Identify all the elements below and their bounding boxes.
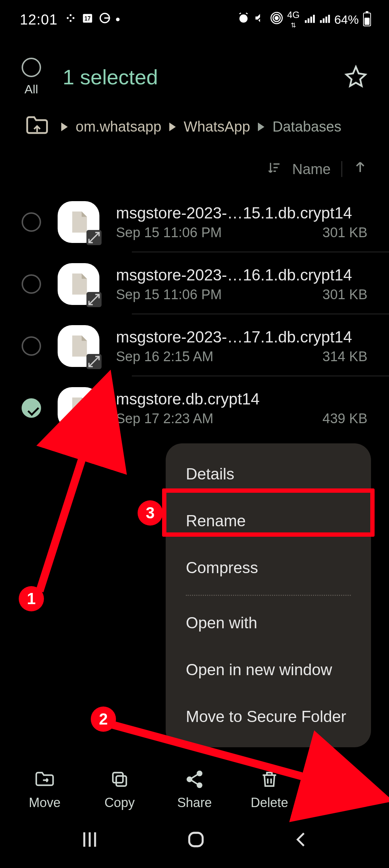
- file-date: Sep 16 2:15 AM: [116, 349, 213, 364]
- calendar-icon: 17: [81, 12, 94, 27]
- nav-recents-button[interactable]: [79, 829, 100, 852]
- selection-header: All 1 selected: [0, 32, 389, 107]
- sort-controls: Name: [0, 153, 389, 190]
- chevron-right-icon: [169, 123, 176, 131]
- action-share[interactable]: Share: [162, 769, 227, 810]
- system-nav-bar: [0, 820, 389, 860]
- breadcrumb-label: Databases: [272, 119, 341, 135]
- menu-item-rename[interactable]: Rename: [166, 497, 371, 544]
- menu-item-details[interactable]: Details: [166, 451, 371, 497]
- svg-rect-15: [113, 772, 123, 783]
- svg-rect-1: [70, 14, 71, 16]
- file-row[interactable]: msgstore-2023-…16.1.db.crypt14 Sep 15 11…: [22, 252, 367, 314]
- google-icon: [99, 12, 111, 27]
- file-name: msgstore-2023-…17.1.db.crypt14: [116, 328, 367, 346]
- favorite-star-button[interactable]: [344, 65, 367, 89]
- sort-field-button[interactable]: Name: [292, 161, 331, 177]
- breadcrumb-label: om.whatsapp: [76, 119, 161, 135]
- svg-point-19: [343, 772, 346, 775]
- clock: 12:01: [20, 12, 58, 28]
- svg-rect-0: [67, 17, 68, 19]
- svg-rect-14: [116, 776, 126, 786]
- annotation-badge: 2: [91, 707, 116, 732]
- row-checkbox[interactable]: [22, 336, 41, 356]
- select-all-checkbox-icon: [22, 58, 41, 77]
- file-row[interactable]: msgstore-2023-…17.1.db.crypt14 Sep 16 2:…: [22, 314, 367, 376]
- file-info: msgstore-2023-…16.1.db.crypt14 Sep 15 11…: [116, 266, 367, 302]
- chevron-right-icon: [258, 123, 264, 131]
- status-bar: 12:01 17 4G⇅ 64%: [0, 0, 389, 32]
- divider: [341, 161, 342, 177]
- file-info: msgstore-2023-…17.1.db.crypt14 Sep 16 2:…: [116, 328, 367, 364]
- file-size: 314 KB: [322, 349, 367, 364]
- annotation-badge: 3: [138, 500, 163, 526]
- svg-point-21: [343, 783, 346, 787]
- expand-icon: [86, 230, 102, 245]
- copy-icon: [109, 769, 130, 789]
- action-copy[interactable]: Copy: [87, 769, 152, 810]
- svg-rect-2: [72, 17, 74, 19]
- signal-icon: [304, 13, 315, 27]
- action-label: Copy: [104, 795, 135, 810]
- hotspot-icon: [270, 12, 283, 27]
- row-checkbox[interactable]: [22, 212, 41, 232]
- file-size: 301 KB: [322, 287, 367, 302]
- breadcrumb-item-current: Databases: [258, 119, 341, 135]
- menu-item-move-secure-folder[interactable]: Move to Secure Folder: [166, 693, 371, 740]
- chevron-right-icon: [61, 123, 68, 131]
- network-4g-icon: 4G⇅: [287, 10, 300, 29]
- action-delete[interactable]: Delete: [237, 769, 302, 810]
- breadcrumb-label: WhatsApp: [184, 119, 250, 135]
- file-row[interactable]: msgstore-2023-…15.1.db.crypt14 Sep 15 11…: [22, 190, 367, 252]
- trash-icon: [259, 769, 280, 789]
- status-left: 12:01 17: [20, 12, 120, 28]
- file-name: msgstore.db.crypt14: [116, 390, 367, 408]
- sort-direction-button[interactable]: [353, 160, 367, 178]
- menu-separator: [186, 595, 351, 596]
- row-checkbox[interactable]: [22, 274, 41, 294]
- breadcrumb-item[interactable]: WhatsApp: [169, 119, 250, 135]
- context-menu: Details Rename Compress Open with Open i…: [166, 443, 371, 747]
- slack-icon: [65, 12, 76, 27]
- action-label: More: [330, 795, 359, 810]
- action-label: Delete: [251, 795, 288, 810]
- file-thumbnail-icon: [58, 325, 99, 367]
- breadcrumb: om.whatsapp WhatsApp Databases: [0, 107, 389, 153]
- action-label: Move: [29, 795, 61, 810]
- signal-icon-2: [319, 13, 330, 27]
- file-info: msgstore-2023-…15.1.db.crypt14 Sep 15 11…: [116, 204, 367, 240]
- action-move[interactable]: Move: [12, 769, 77, 810]
- svg-text:17: 17: [84, 15, 90, 22]
- file-row[interactable]: msgstore.db.crypt14 Sep 17 2:23 AM 439 K…: [22, 376, 367, 438]
- expand-icon: [86, 292, 102, 307]
- breadcrumb-item[interactable]: om.whatsapp: [61, 119, 161, 135]
- nav-home-button[interactable]: [186, 829, 206, 851]
- menu-item-open-new-window[interactable]: Open in new window: [166, 646, 371, 693]
- status-right: 4G⇅ 64%: [237, 10, 371, 29]
- move-icon: [35, 769, 55, 789]
- select-all-label: All: [24, 82, 38, 96]
- svg-point-20: [343, 778, 346, 781]
- file-size: 439 KB: [322, 411, 367, 426]
- nav-back-button[interactable]: [291, 830, 310, 850]
- action-more[interactable]: More: [312, 769, 377, 810]
- battery-percent: 64%: [334, 13, 359, 27]
- expand-icon: [86, 416, 102, 431]
- svg-line-12: [40, 445, 86, 591]
- select-all-toggle[interactable]: All: [22, 58, 41, 96]
- file-size: 301 KB: [322, 225, 367, 240]
- file-date: Sep 15 11:06 PM: [116, 287, 222, 302]
- menu-item-open-with[interactable]: Open with: [166, 599, 371, 646]
- more-vertical-icon: [334, 769, 354, 789]
- row-checkbox[interactable]: [22, 398, 41, 418]
- home-folder-button[interactable]: [25, 115, 53, 138]
- action-label: Share: [177, 795, 212, 810]
- file-info: msgstore.db.crypt14 Sep 17 2:23 AM 439 K…: [116, 390, 367, 426]
- file-thumbnail-icon: [58, 387, 99, 429]
- file-name: msgstore-2023-…15.1.db.crypt14: [116, 204, 367, 222]
- annotation-badge: 1: [19, 586, 44, 611]
- svg-rect-3: [70, 20, 71, 22]
- menu-item-compress[interactable]: Compress: [166, 544, 371, 591]
- sort-order-icon[interactable]: [267, 160, 281, 178]
- file-date: Sep 17 2:23 AM: [116, 411, 213, 426]
